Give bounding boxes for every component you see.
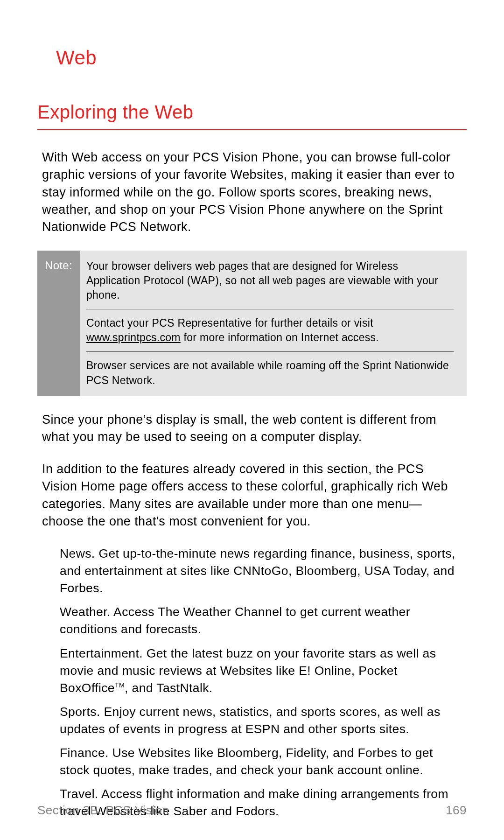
- body-paragraph-3: In addition to the features already cove…: [42, 461, 462, 530]
- category-body: Use Websites like Bloomberg, Fidelity, a…: [60, 746, 433, 777]
- note-body: Your browser delivers web pages that are…: [80, 251, 467, 396]
- note-link[interactable]: www.sprintpcs.com: [86, 331, 181, 343]
- note-box: Note: Your browser delivers web pages th…: [37, 251, 467, 396]
- category-weather: Weather. Access The Weather Channel to g…: [60, 603, 462, 638]
- heading-rule: [37, 129, 467, 130]
- category-name: Finance.: [60, 746, 109, 760]
- category-sports: Sports. Enjoy current news, statistics, …: [60, 703, 462, 738]
- category-body: Get up-to-the-minute news regarding fina…: [60, 546, 455, 595]
- footer-section: Section 3B: PCS Vision: [37, 803, 169, 818]
- category-body: Access The Weather Channel to get curren…: [60, 605, 410, 636]
- document-page: Web Exploring the Web With Web access on…: [0, 0, 504, 840]
- category-list: News. Get up-to-the-minute news regardin…: [60, 545, 462, 820]
- note-paragraph-2: Contact your PCS Representative for furt…: [86, 316, 454, 345]
- category-entertainment: Entertainment. Get the latest buzz on yo…: [60, 645, 462, 697]
- note-p2-pre: Contact your PCS Representative for furt…: [86, 317, 373, 329]
- intro-paragraph: With Web access on your PCS Vision Phone…: [42, 149, 462, 236]
- category-body-post: , and TastNtalk.: [125, 681, 213, 695]
- page-title: Web: [56, 47, 467, 69]
- page-footer: Section 3B: PCS Vision 169: [37, 803, 467, 818]
- category-name: Travel.: [60, 787, 98, 801]
- category-finance: Finance. Use Websites like Bloomberg, Fi…: [60, 744, 462, 779]
- category-body: Enjoy current news, statistics, and spor…: [60, 705, 441, 736]
- footer-page-number: 169: [446, 803, 467, 818]
- note-paragraph-3: Browser services are not available while…: [86, 358, 454, 387]
- category-news: News. Get up-to-the-minute news regardin…: [60, 545, 462, 597]
- trademark-symbol: TM: [115, 681, 125, 689]
- category-name: Sports.: [60, 705, 100, 719]
- section-heading: Exploring the Web: [37, 102, 467, 123]
- note-divider: [86, 309, 454, 309]
- note-paragraph-1: Your browser delivers web pages that are…: [86, 259, 454, 302]
- note-divider: [86, 351, 454, 352]
- body-paragraph-2: Since your phone’s display is small, the…: [42, 411, 462, 446]
- category-name: News.: [60, 546, 95, 560]
- category-name: Entertainment.: [60, 646, 143, 660]
- note-p2-post: for more information on Internet access.: [181, 331, 379, 343]
- category-name: Weather.: [60, 605, 111, 619]
- note-label: Note:: [37, 251, 80, 396]
